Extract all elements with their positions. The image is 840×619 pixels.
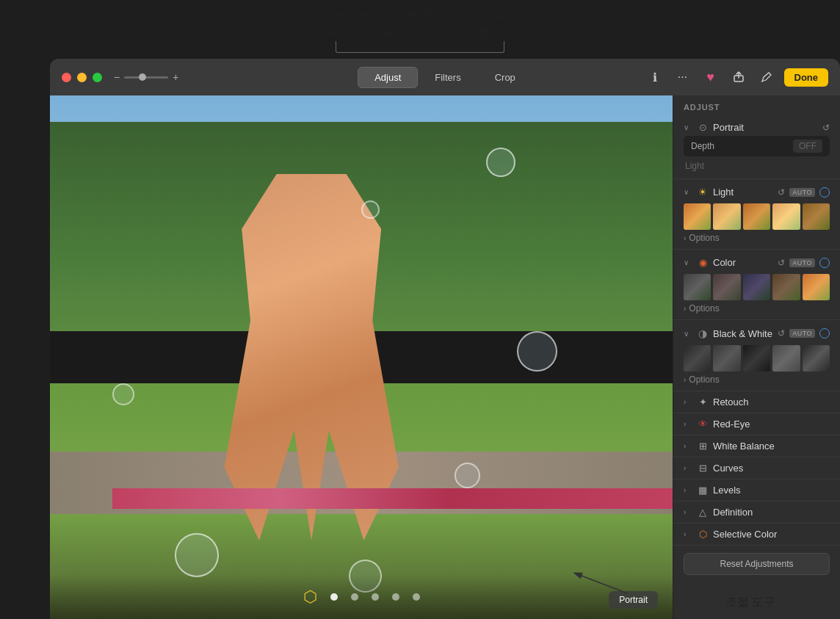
dot-nav-3[interactable] <box>372 593 379 601</box>
bw-thumb-2[interactable] <box>743 345 770 372</box>
bw-reset-icon[interactable]: ↺ <box>778 328 785 339</box>
color-options[interactable]: › Options <box>684 302 830 315</box>
section-portrait: ∨ ⊙ Portrait ↺ Depth OFF Light <box>673 116 840 179</box>
bw-title: Black & White <box>713 328 773 339</box>
light-thumb-1[interactable] <box>713 203 740 230</box>
section-retouch[interactable]: › ✦ Retouch <box>673 391 840 413</box>
section-definition[interactable]: › △ Definition <box>673 502 840 524</box>
color-thumb-2[interactable] <box>743 274 770 300</box>
light-thumb-4[interactable] <box>803 203 830 230</box>
tooltip: 조절하고, 필터를 적용하고, 사진을 자르거나 수평을 맞추려면 클릭합니다. <box>326 7 515 40</box>
wb-chevron: › <box>684 442 692 450</box>
bw-auto-badge[interactable]: AUTO <box>789 329 815 338</box>
retouch-icon: ✦ <box>697 397 709 408</box>
curves-chevron: › <box>684 464 692 472</box>
light-thumb-2[interactable] <box>743 203 770 230</box>
maximize-button[interactable] <box>93 73 102 82</box>
color-thumb-0[interactable] <box>684 274 711 300</box>
zoom-plus-icon[interactable]: + <box>173 71 178 83</box>
definition-chevron: › <box>684 508 692 516</box>
photo-area: ⬡ Portrait <box>50 95 673 619</box>
zoom-slider[interactable]: − + <box>114 71 178 83</box>
bw-thumb-4[interactable] <box>803 345 830 372</box>
annotation-label: 조절 도구 <box>725 595 775 610</box>
light-title: Light <box>713 187 773 198</box>
bw-options-chevron: › <box>684 376 686 384</box>
zoom-track <box>124 76 168 79</box>
bw-thumb-1[interactable] <box>713 345 740 372</box>
bw-thumb-3[interactable] <box>772 345 800 372</box>
red-eye-icon: 👁 <box>697 419 709 430</box>
wb-icon: ⊞ <box>697 441 709 452</box>
section-curves[interactable]: › ⊟ Curves <box>673 457 840 479</box>
edit-icon[interactable] <box>756 67 777 87</box>
share-icon[interactable] <box>728 67 749 87</box>
dot-nav-4[interactable] <box>392 593 399 601</box>
bw-header[interactable]: ∨ ◑ Black & White ↺ AUTO <box>684 325 830 342</box>
light-thumb-3[interactable] <box>772 203 800 230</box>
dot-nav-2[interactable] <box>351 593 358 601</box>
zoom-thumb[interactable] <box>139 73 146 81</box>
info-icon[interactable]: ℹ <box>645 67 665 87</box>
light-reset-icon[interactable]: ↺ <box>778 187 785 198</box>
minimize-button[interactable] <box>77 73 87 82</box>
color-auto-badge[interactable]: AUTO <box>789 258 815 267</box>
color-header[interactable]: ∨ ◉ Color ↺ AUTO <box>684 254 830 271</box>
tab-filters[interactable]: Filters <box>418 67 477 88</box>
retouch-chevron: › <box>684 398 692 406</box>
section-red-eye[interactable]: › 👁 Red-Eye <box>673 413 840 435</box>
red-eye-label: Red-Eye <box>713 419 830 430</box>
levels-label: Levels <box>713 485 830 496</box>
light-toggle[interactable] <box>819 187 830 198</box>
section-selective-color[interactable]: › ⬡ Selective Color <box>673 524 840 546</box>
light-icon: ☀ <box>697 187 709 198</box>
bw-options[interactable]: › Options <box>684 373 830 386</box>
more-icon[interactable]: ··· <box>673 67 693 87</box>
photo-background <box>50 95 673 619</box>
definition-label: Definition <box>713 507 830 518</box>
dot-nav-1[interactable] <box>330 593 338 601</box>
section-bw: ∨ ◑ Black & White ↺ AUTO <box>673 320 840 391</box>
close-button[interactable] <box>62 73 71 82</box>
color-thumb-1[interactable] <box>713 274 740 300</box>
light-thumb-0[interactable] <box>684 203 711 230</box>
bubble-4 <box>455 463 480 488</box>
color-chevron: ∨ <box>684 258 692 267</box>
color-toggle[interactable] <box>819 258 830 268</box>
color-reset-icon[interactable]: ↺ <box>778 258 785 268</box>
portrait-chevron: ∨ <box>684 123 692 131</box>
section-white-balance[interactable]: › ⊞ White Balance <box>673 435 840 457</box>
light-options-label: Options <box>689 233 719 243</box>
cube-icon[interactable]: ⬡ <box>303 587 317 607</box>
traffic-lights <box>62 73 102 82</box>
portrait-header[interactable]: ∨ ⊙ Portrait ↺ <box>684 120 830 136</box>
adjust-scroll-area[interactable]: ∨ ⊙ Portrait ↺ Depth OFF Light ∨ ☀ <box>673 116 840 619</box>
section-color: ∨ ◉ Color ↺ AUTO <box>673 250 840 320</box>
tab-crop[interactable]: Crop <box>478 67 532 88</box>
depth-row: Depth OFF <box>684 136 830 156</box>
portrait-title: Portrait <box>713 122 818 133</box>
color-thumb-3[interactable] <box>772 274 800 300</box>
retouch-label: Retouch <box>713 397 830 408</box>
reset-adjustments-button[interactable]: Reset Adjustments <box>684 553 830 575</box>
bw-thumb-0[interactable] <box>684 345 711 372</box>
favorite-icon[interactable]: ♥ <box>700 67 721 87</box>
light-options-chevron: › <box>684 234 686 242</box>
adjust-panel: ADJUST ∨ ⊙ Portrait ↺ Depth OFF Light <box>673 95 840 619</box>
bw-toggle[interactable] <box>819 328 830 339</box>
done-button[interactable]: Done <box>784 68 829 87</box>
dot-nav-5[interactable] <box>413 593 420 601</box>
light-header[interactable]: ∨ ☀ Light ↺ AUTO <box>684 184 830 200</box>
bw-chevron: ∨ <box>684 330 692 338</box>
light-options[interactable]: › Options <box>684 231 830 245</box>
definition-icon: △ <box>697 507 709 518</box>
titlebar-right: ℹ ··· ♥ Done <box>645 67 829 87</box>
levels-chevron: › <box>684 486 692 494</box>
portrait-reset[interactable]: ↺ <box>822 123 830 133</box>
levels-icon: ▦ <box>697 485 709 496</box>
light-auto-badge[interactable]: AUTO <box>789 188 815 197</box>
zoom-minus-icon[interactable]: − <box>114 71 120 83</box>
section-levels[interactable]: › ▦ Levels <box>673 479 840 502</box>
color-thumb-4[interactable] <box>803 274 830 300</box>
tab-adjust[interactable]: Adjust <box>358 67 418 88</box>
